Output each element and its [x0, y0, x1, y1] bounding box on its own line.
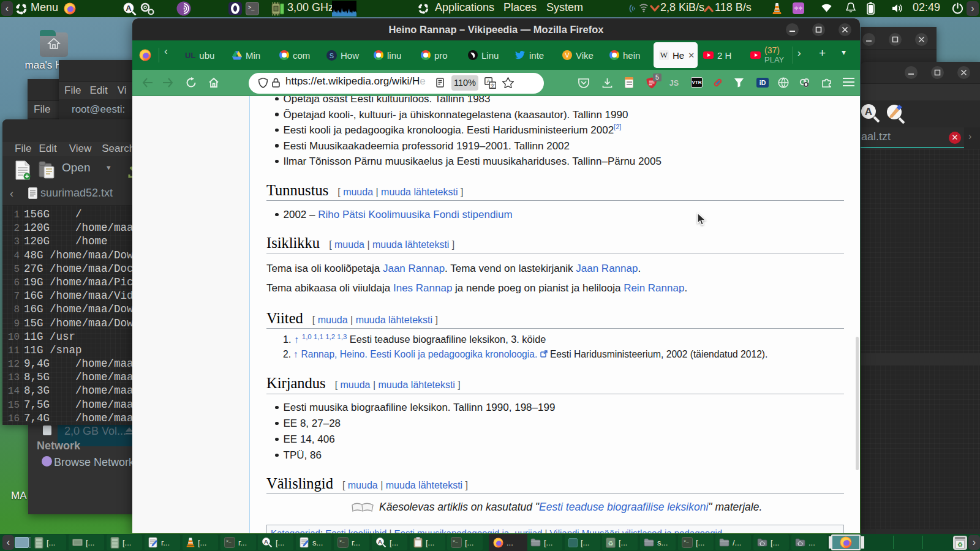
svg-text:>_: >_: [226, 539, 232, 544]
svg-text:文: 文: [490, 83, 495, 89]
svg-text:JS: JS: [669, 79, 679, 88]
svg-text:A: A: [378, 538, 382, 545]
svg-text:A: A: [126, 4, 132, 13]
svg-text:♻: ♻: [608, 539, 614, 546]
svg-text:>_: >_: [684, 539, 689, 544]
svg-text:>_: >_: [453, 539, 458, 544]
svg-text:A: A: [865, 106, 872, 118]
svg-text:V: V: [565, 51, 570, 59]
svg-text:S: S: [330, 51, 334, 59]
svg-text:A: A: [264, 538, 268, 545]
svg-text:>_: >_: [339, 539, 345, 544]
